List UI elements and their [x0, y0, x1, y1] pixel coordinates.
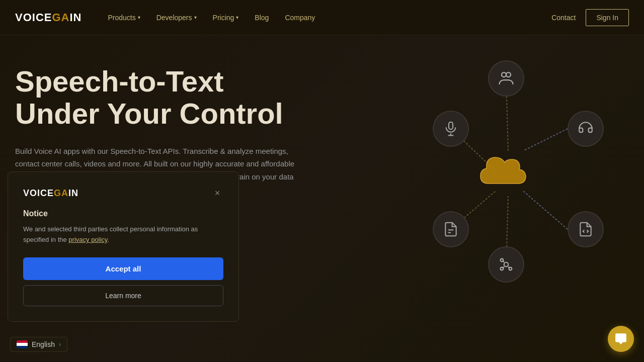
us-flag-icon: [17, 340, 28, 348]
cloud-diagram: [403, 50, 614, 292]
settings-node: [488, 246, 524, 283]
code-node: [568, 211, 604, 247]
modal-header: VOICEGAIN ×: [23, 187, 223, 199]
svg-point-10: [506, 72, 511, 77]
signin-button[interactable]: Sign In: [586, 9, 629, 26]
nav-blog-label: Blog: [255, 14, 269, 22]
hero-title-line2: Under Your Control: [15, 97, 283, 130]
nav-pricing[interactable]: Pricing ▾: [207, 10, 245, 26]
svg-line-5: [523, 191, 568, 229]
nav-developers[interactable]: Developers ▾: [150, 10, 203, 26]
notice-title: Notice: [23, 209, 223, 218]
nav-developers-label: Developers: [156, 14, 192, 22]
cloud-icon: [475, 148, 541, 194]
hero-title: Speech-to-Text Under Your Control: [15, 65, 302, 130]
microphone-node: [433, 111, 469, 147]
learn-more-button[interactable]: Learn more: [23, 285, 223, 306]
svg-point-9: [502, 72, 506, 77]
nav-items: Products ▾ Developers ▾ Pricing ▾ Blog C…: [102, 10, 551, 26]
notice-text: We and selected third parties collect pe…: [23, 224, 223, 245]
language-label: English: [32, 340, 55, 348]
svg-rect-6: [449, 122, 453, 130]
chat-icon: [614, 332, 627, 345]
nav-right: Contact Sign In: [551, 9, 629, 26]
contact-link[interactable]: Contact: [551, 14, 576, 22]
modal-logo: VOICEGAIN: [23, 188, 78, 199]
cookie-modal: VOICEGAIN × Notice We and selected third…: [8, 171, 239, 322]
notice-text-end: .: [107, 236, 109, 243]
notice-text-content: We and selected third parties collect pe…: [23, 225, 198, 243]
accept-all-button[interactable]: Accept all: [23, 257, 223, 280]
nav-pricing-label: Pricing: [213, 14, 234, 22]
pricing-chevron-icon: ▾: [236, 15, 238, 20]
nav-products[interactable]: Products ▾: [102, 10, 146, 26]
chat-button[interactable]: [608, 326, 634, 352]
site-logo[interactable]: VOICEGAIN: [15, 11, 82, 24]
hero-title-line1: Speech-to-Text: [15, 65, 224, 98]
close-icon: ×: [215, 188, 220, 199]
svg-line-2: [523, 129, 568, 151]
users-node: [488, 60, 524, 97]
navbar: VOICEGAIN Products ▾ Developers ▾ Pricin…: [0, 0, 644, 35]
language-selector[interactable]: English ›: [10, 337, 67, 352]
nav-company[interactable]: Company: [279, 10, 321, 26]
svg-line-17: [503, 266, 504, 268]
privacy-policy-link[interactable]: privacy policy: [68, 236, 107, 243]
nav-products-label: Products: [108, 14, 135, 22]
modal-close-button[interactable]: ×: [211, 187, 223, 199]
products-chevron-icon: ▾: [138, 15, 140, 20]
language-chevron-icon: ›: [59, 341, 61, 348]
nav-company-label: Company: [285, 14, 315, 22]
nav-blog[interactable]: Blog: [249, 10, 275, 26]
svg-line-19: [503, 261, 504, 262]
document-node: [433, 211, 469, 247]
developers-chevron-icon: ▾: [194, 15, 197, 20]
headset-node: [568, 111, 604, 147]
svg-point-13: [504, 262, 509, 267]
svg-line-18: [508, 266, 509, 268]
